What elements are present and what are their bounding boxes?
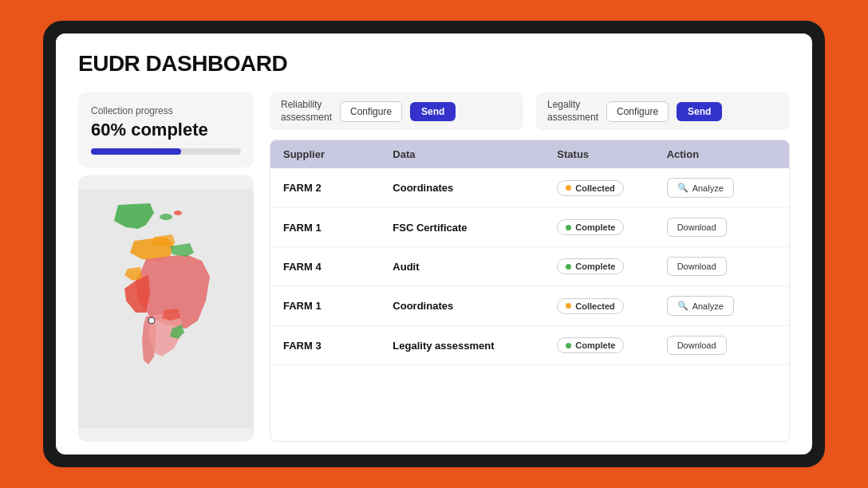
status-badge: Complete (557, 219, 624, 235)
cell-action: Download (667, 336, 776, 355)
status-dot (566, 343, 571, 348)
th-data: Data (393, 148, 557, 160)
action-label: Download (677, 222, 716, 232)
device-frame: EUDR DASHBOARD Collection progress 60% c… (43, 21, 825, 467)
analyze-button[interactable]: 🔍 Analyze (667, 178, 734, 198)
status-text: Complete (575, 340, 615, 350)
analyze-icon: 🔍 (677, 183, 688, 193)
cell-action: 🔍 Analyze (667, 178, 776, 198)
svg-point-2 (174, 211, 182, 215)
legality-assessment-card: Legalityassessment Configure Send (536, 92, 790, 130)
cell-status: Collected (557, 180, 666, 196)
cell-data: Audit (393, 261, 557, 273)
table-body: FARM 2 Coordinates Collected 🔍 Analyze F… (270, 168, 789, 365)
cell-action: Download (667, 218, 776, 237)
assessment-row: Reliabilityassessment Configure Send Leg… (270, 92, 790, 130)
th-supplier: Supplier (283, 148, 393, 160)
reliability-assessment-card: Reliabilityassessment Configure Send (270, 92, 523, 130)
status-badge: Collected (557, 298, 624, 314)
status-badge: Complete (557, 337, 624, 353)
svg-point-3 (148, 317, 155, 324)
legality-configure-button[interactable]: Configure (606, 101, 669, 122)
legality-send-button[interactable]: Send (677, 102, 722, 121)
status-badge: Complete (557, 258, 624, 274)
action-label: Analyze (692, 183, 724, 193)
status-text: Collected (575, 301, 615, 311)
left-panel: Collection progress 60% complete (78, 92, 254, 442)
status-badge: Collected (557, 180, 624, 196)
collection-card: Collection progress 60% complete (78, 92, 254, 167)
dashboard-header: EUDR DASHBOARD (56, 33, 812, 85)
cell-data: Legality assessment (393, 340, 557, 352)
cell-data: Coordinates (393, 182, 557, 194)
reliability-send-button[interactable]: Send (410, 102, 456, 121)
table-row: FARM 2 Coordinates Collected 🔍 Analyze (270, 168, 789, 208)
analyze-button[interactable]: 🔍 Analyze (667, 296, 734, 316)
status-dot (566, 225, 571, 230)
status-dot (566, 185, 571, 191)
right-panel: Reliabilityassessment Configure Send Leg… (270, 92, 790, 442)
status-dot (566, 303, 571, 309)
legality-assessment-label: Legalityassessment (547, 99, 598, 124)
reliability-configure-button[interactable]: Configure (340, 101, 402, 122)
action-label: Download (677, 340, 716, 350)
collection-value: 60% complete (91, 120, 241, 140)
main-content: Collection progress 60% complete (56, 85, 812, 455)
cell-status: Collected (557, 298, 666, 314)
th-action: Action (667, 148, 776, 160)
table-row: FARM 3 Legality assessment Complete Down… (270, 326, 789, 365)
table-row: FARM 1 Coordinates Collected 🔍 Analyze (270, 286, 789, 326)
table-row: FARM 4 Audit Complete Download (270, 247, 789, 286)
status-dot (566, 264, 571, 270)
cell-action: Download (667, 257, 776, 276)
download-button[interactable]: Download (667, 336, 727, 355)
download-button[interactable]: Download (667, 257, 727, 276)
cell-data: FSC Certificate (393, 222, 557, 234)
page-title: EUDR DASHBOARD (78, 51, 790, 77)
cell-data: Coordinates (393, 300, 557, 312)
table-row: FARM 1 FSC Certificate Complete Download (270, 208, 789, 247)
cell-supplier: FARM 3 (283, 340, 393, 352)
reliability-assessment-label: Reliabilityassessment (281, 99, 332, 124)
progress-bar-fill (91, 148, 181, 155)
action-label: Analyze (692, 301, 724, 311)
cell-action: 🔍 Analyze (667, 296, 776, 316)
table-header: Supplier Data Status Action (270, 140, 789, 168)
data-table: Supplier Data Status Action FARM 2 Coord… (270, 140, 790, 442)
progress-bar-background (91, 148, 241, 155)
status-text: Complete (575, 262, 615, 271)
svg-point-1 (160, 214, 172, 220)
cell-supplier: FARM 2 (283, 182, 393, 194)
screen: EUDR DASHBOARD Collection progress 60% c… (56, 33, 812, 455)
action-label: Download (677, 262, 716, 271)
cell-supplier: FARM 1 (283, 222, 393, 234)
collection-label: Collection progress (91, 105, 241, 116)
map-svg (78, 175, 254, 442)
status-text: Collected (575, 183, 615, 193)
th-status: Status (557, 148, 666, 160)
cell-status: Complete (557, 258, 666, 274)
cell-supplier: FARM 4 (283, 261, 393, 273)
cell-status: Complete (557, 219, 666, 235)
map-container (78, 175, 254, 442)
status-text: Complete (575, 222, 615, 232)
analyze-icon: 🔍 (677, 301, 688, 311)
cell-supplier: FARM 1 (283, 300, 393, 312)
cell-status: Complete (557, 337, 666, 353)
download-button[interactable]: Download (667, 218, 727, 237)
